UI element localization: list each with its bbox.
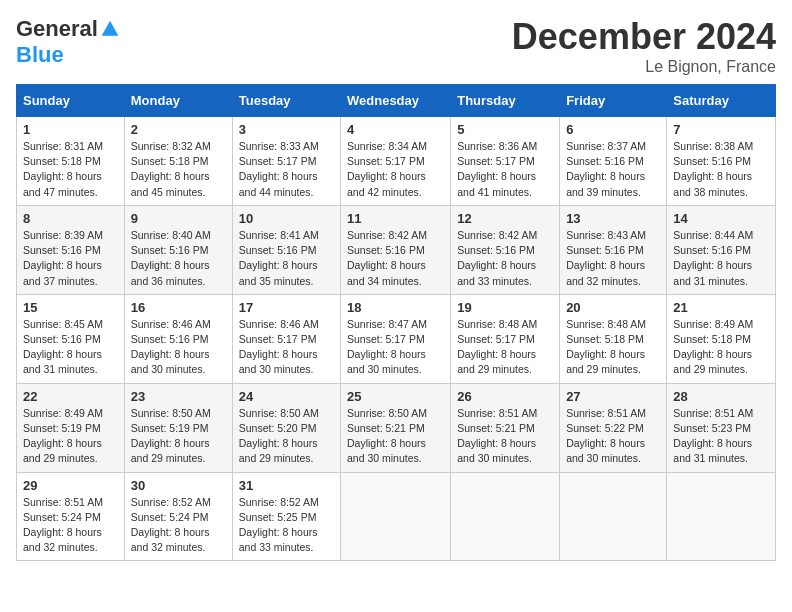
day-number: 1 — [23, 122, 118, 137]
day-number: 29 — [23, 478, 118, 493]
day-info: Sunrise: 8:42 AMSunset: 5:16 PMDaylight:… — [347, 228, 444, 289]
calendar-cell: 25Sunrise: 8:50 AMSunset: 5:21 PMDayligh… — [341, 383, 451, 472]
calendar-header-tuesday: Tuesday — [232, 85, 340, 117]
calendar-cell: 17Sunrise: 8:46 AMSunset: 5:17 PMDayligh… — [232, 294, 340, 383]
day-info: Sunrise: 8:48 AMSunset: 5:17 PMDaylight:… — [457, 317, 553, 378]
logo-icon — [100, 19, 120, 39]
day-info: Sunrise: 8:37 AMSunset: 5:16 PMDaylight:… — [566, 139, 660, 200]
day-number: 26 — [457, 389, 553, 404]
day-info: Sunrise: 8:32 AMSunset: 5:18 PMDaylight:… — [131, 139, 226, 200]
day-info: Sunrise: 8:45 AMSunset: 5:16 PMDaylight:… — [23, 317, 118, 378]
day-number: 27 — [566, 389, 660, 404]
calendar-cell: 13Sunrise: 8:43 AMSunset: 5:16 PMDayligh… — [560, 205, 667, 294]
day-info: Sunrise: 8:36 AMSunset: 5:17 PMDaylight:… — [457, 139, 553, 200]
calendar-cell: 4Sunrise: 8:34 AMSunset: 5:17 PMDaylight… — [341, 117, 451, 206]
day-number: 8 — [23, 211, 118, 226]
calendar-cell: 7Sunrise: 8:38 AMSunset: 5:16 PMDaylight… — [667, 117, 776, 206]
calendar-cell: 18Sunrise: 8:47 AMSunset: 5:17 PMDayligh… — [341, 294, 451, 383]
title-section: December 2024 Le Bignon, France — [512, 16, 776, 76]
day-number: 11 — [347, 211, 444, 226]
day-number: 28 — [673, 389, 769, 404]
day-info: Sunrise: 8:41 AMSunset: 5:16 PMDaylight:… — [239, 228, 334, 289]
logo: General Blue — [16, 16, 120, 68]
day-number: 22 — [23, 389, 118, 404]
day-info: Sunrise: 8:43 AMSunset: 5:16 PMDaylight:… — [566, 228, 660, 289]
calendar-cell: 3Sunrise: 8:33 AMSunset: 5:17 PMDaylight… — [232, 117, 340, 206]
logo-blue-text: Blue — [16, 42, 64, 68]
day-number: 6 — [566, 122, 660, 137]
day-info: Sunrise: 8:52 AMSunset: 5:24 PMDaylight:… — [131, 495, 226, 556]
day-number: 15 — [23, 300, 118, 315]
calendar-cell: 26Sunrise: 8:51 AMSunset: 5:21 PMDayligh… — [451, 383, 560, 472]
calendar-table: SundayMondayTuesdayWednesdayThursdayFrid… — [16, 84, 776, 561]
day-number: 4 — [347, 122, 444, 137]
day-info: Sunrise: 8:50 AMSunset: 5:20 PMDaylight:… — [239, 406, 334, 467]
day-number: 18 — [347, 300, 444, 315]
calendar-cell: 1Sunrise: 8:31 AMSunset: 5:18 PMDaylight… — [17, 117, 125, 206]
day-number: 17 — [239, 300, 334, 315]
day-info: Sunrise: 8:46 AMSunset: 5:16 PMDaylight:… — [131, 317, 226, 378]
calendar-week-row: 8Sunrise: 8:39 AMSunset: 5:16 PMDaylight… — [17, 205, 776, 294]
calendar-header-thursday: Thursday — [451, 85, 560, 117]
day-info: Sunrise: 8:51 AMSunset: 5:22 PMDaylight:… — [566, 406, 660, 467]
calendar-cell: 5Sunrise: 8:36 AMSunset: 5:17 PMDaylight… — [451, 117, 560, 206]
calendar-cell: 30Sunrise: 8:52 AMSunset: 5:24 PMDayligh… — [124, 472, 232, 561]
calendar-cell: 24Sunrise: 8:50 AMSunset: 5:20 PMDayligh… — [232, 383, 340, 472]
month-title: December 2024 — [512, 16, 776, 58]
day-info: Sunrise: 8:52 AMSunset: 5:25 PMDaylight:… — [239, 495, 334, 556]
calendar-header-saturday: Saturday — [667, 85, 776, 117]
calendar-week-row: 29Sunrise: 8:51 AMSunset: 5:24 PMDayligh… — [17, 472, 776, 561]
day-info: Sunrise: 8:47 AMSunset: 5:17 PMDaylight:… — [347, 317, 444, 378]
calendar-cell: 14Sunrise: 8:44 AMSunset: 5:16 PMDayligh… — [667, 205, 776, 294]
day-number: 9 — [131, 211, 226, 226]
day-info: Sunrise: 8:51 AMSunset: 5:23 PMDaylight:… — [673, 406, 769, 467]
calendar-cell — [667, 472, 776, 561]
day-info: Sunrise: 8:50 AMSunset: 5:19 PMDaylight:… — [131, 406, 226, 467]
logo-general-text: General — [16, 16, 98, 42]
calendar-cell: 12Sunrise: 8:42 AMSunset: 5:16 PMDayligh… — [451, 205, 560, 294]
calendar-cell — [560, 472, 667, 561]
day-info: Sunrise: 8:39 AMSunset: 5:16 PMDaylight:… — [23, 228, 118, 289]
calendar-cell: 23Sunrise: 8:50 AMSunset: 5:19 PMDayligh… — [124, 383, 232, 472]
calendar-header-monday: Monday — [124, 85, 232, 117]
calendar-header-wednesday: Wednesday — [341, 85, 451, 117]
day-info: Sunrise: 8:31 AMSunset: 5:18 PMDaylight:… — [23, 139, 118, 200]
day-info: Sunrise: 8:48 AMSunset: 5:18 PMDaylight:… — [566, 317, 660, 378]
day-number: 21 — [673, 300, 769, 315]
calendar-cell: 19Sunrise: 8:48 AMSunset: 5:17 PMDayligh… — [451, 294, 560, 383]
calendar-cell: 9Sunrise: 8:40 AMSunset: 5:16 PMDaylight… — [124, 205, 232, 294]
day-number: 19 — [457, 300, 553, 315]
day-number: 12 — [457, 211, 553, 226]
calendar-cell: 22Sunrise: 8:49 AMSunset: 5:19 PMDayligh… — [17, 383, 125, 472]
day-number: 30 — [131, 478, 226, 493]
day-info: Sunrise: 8:51 AMSunset: 5:21 PMDaylight:… — [457, 406, 553, 467]
calendar-cell: 21Sunrise: 8:49 AMSunset: 5:18 PMDayligh… — [667, 294, 776, 383]
day-number: 23 — [131, 389, 226, 404]
calendar-header-friday: Friday — [560, 85, 667, 117]
calendar-cell — [341, 472, 451, 561]
calendar-cell: 15Sunrise: 8:45 AMSunset: 5:16 PMDayligh… — [17, 294, 125, 383]
calendar-cell: 31Sunrise: 8:52 AMSunset: 5:25 PMDayligh… — [232, 472, 340, 561]
day-number: 2 — [131, 122, 226, 137]
day-number: 25 — [347, 389, 444, 404]
calendar-cell: 10Sunrise: 8:41 AMSunset: 5:16 PMDayligh… — [232, 205, 340, 294]
day-info: Sunrise: 8:42 AMSunset: 5:16 PMDaylight:… — [457, 228, 553, 289]
day-info: Sunrise: 8:46 AMSunset: 5:17 PMDaylight:… — [239, 317, 334, 378]
calendar-cell: 8Sunrise: 8:39 AMSunset: 5:16 PMDaylight… — [17, 205, 125, 294]
day-number: 3 — [239, 122, 334, 137]
day-info: Sunrise: 8:33 AMSunset: 5:17 PMDaylight:… — [239, 139, 334, 200]
day-number: 13 — [566, 211, 660, 226]
day-info: Sunrise: 8:44 AMSunset: 5:16 PMDaylight:… — [673, 228, 769, 289]
page-header: General Blue December 2024 Le Bignon, Fr… — [16, 16, 776, 76]
calendar-week-row: 1Sunrise: 8:31 AMSunset: 5:18 PMDaylight… — [17, 117, 776, 206]
day-number: 24 — [239, 389, 334, 404]
day-number: 20 — [566, 300, 660, 315]
calendar-cell: 20Sunrise: 8:48 AMSunset: 5:18 PMDayligh… — [560, 294, 667, 383]
day-number: 10 — [239, 211, 334, 226]
calendar-header-row: SundayMondayTuesdayWednesdayThursdayFrid… — [17, 85, 776, 117]
day-info: Sunrise: 8:38 AMSunset: 5:16 PMDaylight:… — [673, 139, 769, 200]
day-info: Sunrise: 8:40 AMSunset: 5:16 PMDaylight:… — [131, 228, 226, 289]
day-info: Sunrise: 8:34 AMSunset: 5:17 PMDaylight:… — [347, 139, 444, 200]
day-number: 5 — [457, 122, 553, 137]
calendar-header-sunday: Sunday — [17, 85, 125, 117]
